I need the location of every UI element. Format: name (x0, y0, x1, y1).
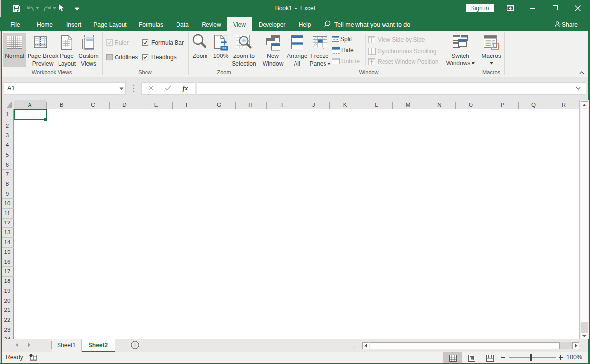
svg-text:100: 100 (221, 46, 227, 50)
